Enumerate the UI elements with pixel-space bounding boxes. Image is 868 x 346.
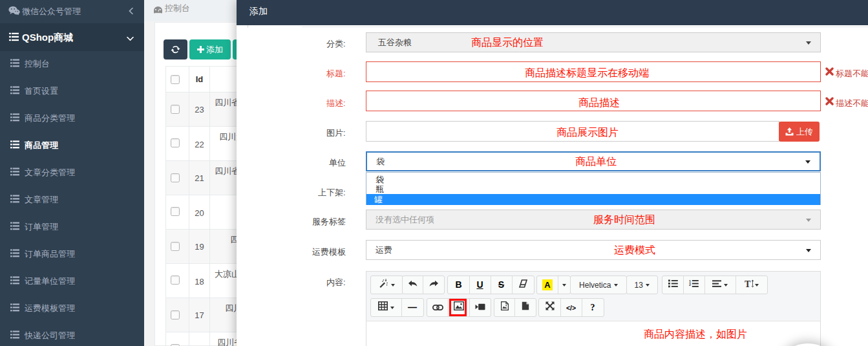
svg-text:T: T — [745, 279, 751, 288]
svg-text:2: 2 — [689, 283, 691, 287]
